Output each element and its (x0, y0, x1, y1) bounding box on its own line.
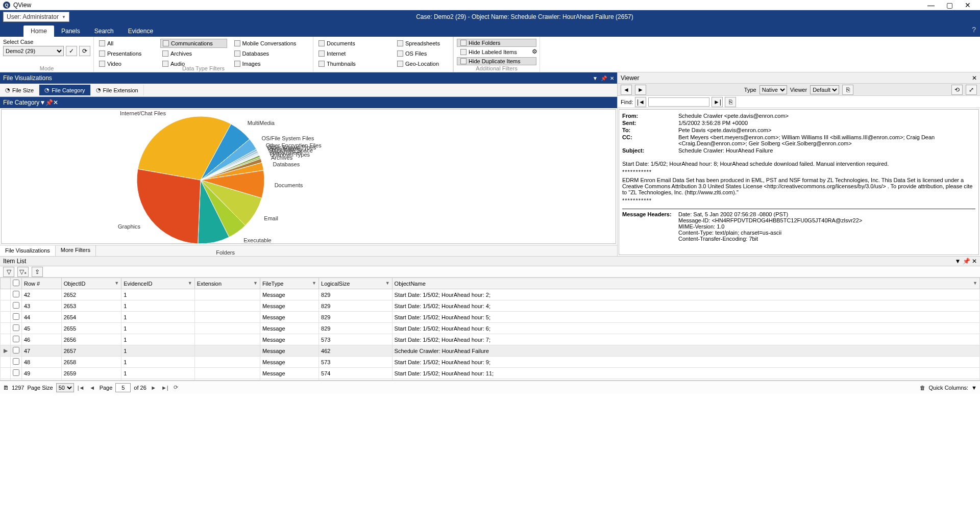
viewer-close-icon[interactable]: ✕ (972, 74, 977, 82)
close-button[interactable]: ✕ (959, 1, 977, 9)
find-copy-button[interactable]: ⎘ (725, 97, 736, 107)
itemlist-title: Item List (3, 258, 26, 265)
viewer-tool-a[interactable]: ⟲ (951, 85, 963, 95)
chart-collapse-icon[interactable]: ▼ (39, 99, 45, 106)
find-next-button[interactable]: ►| (712, 97, 723, 107)
viewer-next-button[interactable]: ► (635, 85, 646, 95)
find-input[interactable] (648, 97, 709, 107)
itemlist-close-icon[interactable]: ✕ (972, 258, 977, 265)
col-extension[interactable]: Extension▼ (194, 278, 260, 289)
export-button[interactable]: ⇪ (32, 267, 43, 277)
filter-internet[interactable]: Internet (316, 49, 389, 58)
user-label: User: Administrator (7, 13, 59, 20)
row-checkbox[interactable] (13, 369, 19, 376)
itemlist-collapse-icon[interactable]: ▼ (954, 258, 961, 265)
close-pane-icon[interactable]: ✕ (610, 75, 614, 81)
row-checkbox[interactable] (13, 291, 19, 297)
row-checkbox[interactable] (13, 302, 19, 309)
bottom-tab-morefilters[interactable]: More Filters (56, 245, 96, 256)
last-page-button[interactable]: ►| (161, 385, 169, 391)
filter-communications[interactable]: Communications (160, 39, 227, 48)
filter-documents[interactable]: Documents (316, 39, 389, 48)
viewer-prev-button[interactable]: ◄ (621, 85, 632, 95)
case-select[interactable]: Demo2 (29) (3, 46, 64, 56)
col-logicalsize[interactable]: LogicalSize▼ (319, 278, 393, 289)
col-evidenceid[interactable]: EvidenceID▼ (121, 278, 195, 289)
filter-osfiles[interactable]: OS Files (395, 49, 450, 58)
maximize-button[interactable]: ▢ (940, 1, 959, 9)
hide-duplicates[interactable]: Hide Duplicate Items (457, 57, 536, 65)
refresh-case-button[interactable]: ⟳ (79, 46, 90, 56)
col-objectid[interactable]: ObjectID▼ (61, 278, 121, 289)
table-row[interactable]: 4426541Message829Start Date: 1/5/02; Hou… (1, 312, 980, 323)
tab-file-category[interactable]: ◔File Category (39, 85, 90, 95)
filter-thumbnails[interactable]: Thumbnails (316, 59, 389, 68)
first-page-button[interactable]: |◄ (77, 385, 85, 391)
table-row[interactable]: 4926591Message574Start Date: 1/5/02; Hou… (1, 368, 980, 379)
filter-spreadsheets[interactable]: Spreadsheets (395, 39, 450, 48)
refresh-grid-button[interactable]: ⟳ (172, 384, 180, 391)
col-objectname[interactable]: ObjectName▼ (392, 278, 979, 289)
row-checkbox[interactable] (13, 324, 19, 331)
quick-columns-caret[interactable]: ▼ (971, 385, 977, 391)
minimize-button[interactable]: — (922, 1, 940, 9)
table-row[interactable]: 4626561Message573Start Date: 1/5/02; Hou… (1, 334, 980, 345)
table-row[interactable]: 4226521Message829Start Date: 1/5/02; Hou… (1, 289, 980, 300)
table-row[interactable]: 4326531Message829Start Date: 1/5/02; Hou… (1, 300, 980, 312)
confirm-case-button[interactable]: ✓ (66, 46, 77, 56)
mobile-icon (234, 40, 240, 46)
filter-all[interactable]: All (97, 39, 155, 48)
viewer-tool-b[interactable]: ⤢ (966, 85, 977, 95)
prev-page-button[interactable]: ◄ (88, 385, 96, 391)
filter-button[interactable]: ▽ (3, 267, 14, 277)
itemlist-pin-icon[interactable]: 📌 (963, 258, 970, 265)
chart-title: File Category (3, 99, 39, 106)
tab-search[interactable]: Search (87, 26, 121, 37)
chart-pin-icon[interactable]: 📌 (45, 99, 53, 106)
viewer-select[interactable]: Default (810, 85, 839, 94)
tab-file-size[interactable]: ◔File Size (0, 85, 39, 95)
pie-slice-graphics[interactable] (137, 169, 201, 244)
trash-icon[interactable]: 🗑 (920, 385, 925, 391)
page-input[interactable] (115, 383, 131, 392)
viewer-export-button[interactable]: ⎘ (842, 85, 853, 95)
chat-icon (163, 40, 169, 46)
row-checkbox[interactable] (13, 347, 19, 354)
bottom-tab-fileviz[interactable]: File Visualizations (0, 245, 56, 256)
select-all-checkbox[interactable] (11, 278, 22, 289)
clear-filter-button[interactable]: ▽ₓ (17, 267, 29, 277)
presentation-icon (99, 51, 105, 57)
table-row[interactable]: ▶4726571Message462Schedule Crawler: Hour… (1, 345, 980, 357)
user-dropdown[interactable]: User: Administrator ▼ (3, 12, 69, 22)
table-row[interactable]: 4526551Message829Start Date: 1/5/02; Hou… (1, 323, 980, 334)
collapse-icon[interactable]: ▼ (593, 75, 598, 81)
filter-mobile[interactable]: Mobile Conversations (232, 39, 310, 48)
tab-evidence[interactable]: Evidence (121, 26, 160, 37)
find-first-button[interactable]: |◄ (635, 97, 646, 107)
chart-close-icon[interactable]: ✕ (53, 99, 58, 106)
table-row[interactable]: 4826581Message573Start Date: 1/5/02; Hou… (1, 357, 980, 368)
next-page-button[interactable]: ► (150, 385, 158, 391)
tab-panels[interactable]: Panels (54, 26, 87, 37)
hide-labeled[interactable]: Hide Labeled Items (457, 48, 536, 56)
filter-databases[interactable]: Databases (232, 49, 310, 58)
gear-icon[interactable]: ⚙ (532, 48, 537, 55)
col-row[interactable]: Row # (22, 278, 62, 289)
type-select[interactable]: Native (760, 85, 787, 94)
row-checkbox[interactable] (13, 358, 19, 365)
titlebar: Q QView — ▢ ✕ (0, 0, 980, 10)
tab-file-extension[interactable]: ◔File Extension (91, 85, 144, 95)
col-filetype[interactable]: FileType▼ (260, 278, 318, 289)
filter-geo[interactable]: Geo-Location (395, 59, 450, 68)
hide-folders[interactable]: Hide Folders (457, 39, 536, 47)
row-checkbox[interactable] (13, 336, 19, 342)
filter-presentations[interactable]: Presentations (97, 49, 155, 58)
row-checkbox[interactable] (13, 313, 19, 320)
export-grid-icon[interactable]: 🖹 (3, 385, 9, 391)
pin-icon[interactable]: 📌 (601, 75, 607, 81)
help-icon[interactable]: ? (972, 26, 976, 34)
pie-chart[interactable]: Internet/Chat FilesMultiMediaOS/File Sys… (1, 109, 616, 244)
pagesize-select[interactable]: 50 (56, 383, 74, 392)
tab-home[interactable]: Home (23, 26, 54, 37)
filter-archives[interactable]: Archives (160, 49, 227, 58)
